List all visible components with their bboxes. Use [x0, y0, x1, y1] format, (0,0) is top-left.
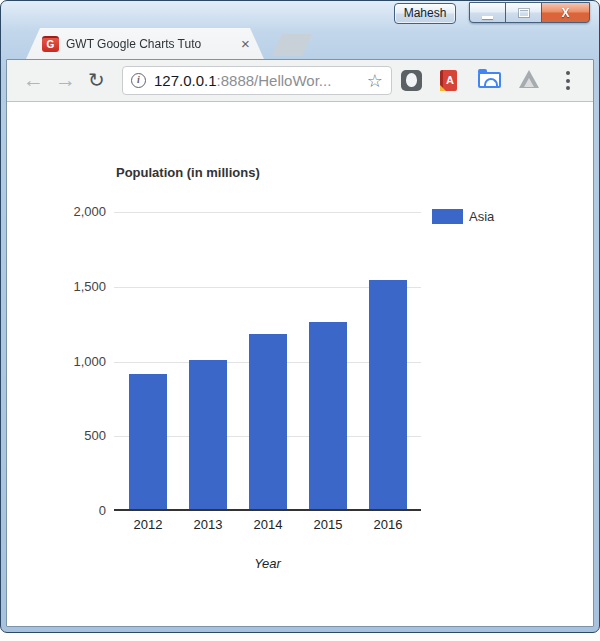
close-button[interactable]: X — [541, 2, 590, 23]
y-axis-tick: 2,000 — [36, 204, 106, 219]
bar-2012[interactable] — [129, 374, 167, 509]
gridline — [114, 212, 421, 213]
y-axis-tick: 500 — [36, 428, 106, 443]
profile-button[interactable]: Mahesh — [394, 3, 456, 24]
legend-label: Asia — [469, 209, 494, 224]
x-axis-tick: 2012 — [118, 517, 178, 532]
x-axis-title: Year — [114, 556, 421, 571]
page-content: Population (in millions) Asia Year 05001… — [7, 102, 593, 626]
bar-2014[interactable] — [249, 334, 287, 509]
page-info-icon[interactable]: i — [131, 73, 146, 88]
browser-toolbar: ← → ↻ i 127.0.0.1:8888/HelloWor... ☆ A — [7, 60, 593, 102]
chrome-menu-icon[interactable] — [564, 69, 572, 92]
bar-chart: Population (in millions) Asia Year 05001… — [7, 102, 593, 626]
forward-icon[interactable]: → — [55, 66, 76, 94]
y-axis-tick: 1,500 — [36, 279, 106, 294]
tab-title: GWT Google Charts Tuto — [66, 37, 234, 51]
browser-tab[interactable]: G GWT Google Charts Tuto × — [26, 28, 264, 59]
url-text[interactable]: 127.0.0.1:8888/HelloWor... — [154, 72, 367, 89]
back-icon[interactable]: ← — [23, 66, 44, 94]
google-drive-icon[interactable] — [519, 70, 539, 88]
chart-title: Population (in millions) — [116, 165, 260, 180]
legend-swatch — [432, 209, 463, 224]
window-controls: X — [470, 2, 590, 23]
x-axis-tick: 2016 — [358, 517, 418, 532]
url-path: :8888/HelloWor... — [217, 72, 332, 89]
new-tab-button[interactable] — [272, 34, 312, 56]
url-host: 127.0.0.1 — [154, 72, 217, 89]
x-axis-tick: 2013 — [178, 517, 238, 532]
bar-2013[interactable] — [189, 360, 227, 510]
plot-area — [114, 212, 421, 511]
maximize-icon — [519, 9, 529, 17]
screenshot-extension-icon[interactable] — [478, 72, 501, 88]
gwt-logo-favicon-icon: G — [42, 36, 59, 52]
shield-extension-icon[interactable] — [401, 70, 422, 91]
x-axis-tick: 2015 — [298, 517, 358, 532]
maximize-button[interactable] — [505, 2, 542, 23]
window-body: ← → ↻ i 127.0.0.1:8888/HelloWor... ☆ A P… — [6, 59, 594, 627]
y-axis-tick: 0 — [36, 503, 106, 518]
minimize-icon — [482, 16, 493, 19]
y-axis-tick: 1,000 — [36, 354, 106, 369]
x-axis-tick: 2014 — [238, 517, 298, 532]
dictionary-extension-icon[interactable]: A — [440, 70, 457, 91]
bar-2015[interactable] — [309, 322, 347, 509]
close-x-icon: X — [561, 7, 569, 19]
browser-window: Mahesh X G GWT Google Charts Tuto × ← → … — [0, 0, 600, 633]
bookmark-star-icon[interactable]: ☆ — [367, 72, 383, 90]
reload-icon[interactable]: ↻ — [88, 66, 105, 94]
address-bar[interactable]: i 127.0.0.1:8888/HelloWor... ☆ — [122, 66, 392, 95]
tab-close-icon[interactable]: × — [241, 36, 250, 51]
bar-2016[interactable] — [369, 280, 407, 509]
minimize-button[interactable] — [469, 2, 506, 23]
